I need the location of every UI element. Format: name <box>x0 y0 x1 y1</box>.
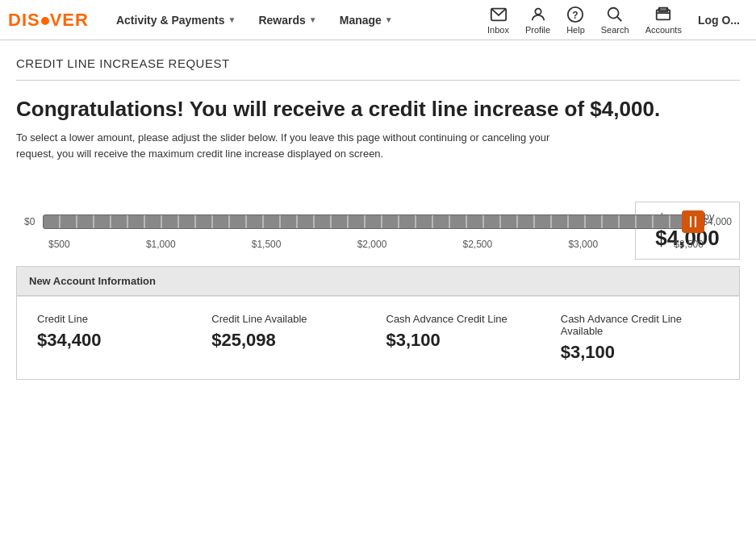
inbox-nav-item[interactable]: Inbox <box>479 6 517 35</box>
page-title: CREDIT LINE INCREASE REQUEST <box>16 56 740 81</box>
slider-bottom-labels: $500 $1,000 $1,500 $2,000 $2,500 $3,000 … <box>48 239 704 250</box>
slider-label-2000: $2,000 <box>357 239 387 250</box>
logout-button[interactable]: Log O... <box>690 14 748 27</box>
cash-advance-available-value: $3,100 <box>561 342 719 363</box>
nav-icons: Inbox Profile ? Help Search <box>479 6 748 35</box>
profile-icon <box>529 6 547 23</box>
nav-activity-payments-arrow: ▼ <box>228 15 236 24</box>
nav-rewards-label: Rewards <box>258 14 305 27</box>
search-label: Search <box>601 25 629 35</box>
credit-line-available-label: Credit Line Available <box>211 313 370 325</box>
slider-track-area: $0 $4,000 $500 $1,000 $1,500 $2,000 $2,5… <box>16 210 740 250</box>
slider-section: Increase by $4,000 $0 $4,000 $500 $1,000… <box>16 210 740 250</box>
slider-max-label: $4,000 <box>702 216 732 227</box>
nav-activity-payments-label: Activity & Payments <box>116 14 225 27</box>
slider-label-2500: $2,500 <box>463 239 493 250</box>
congrats-title: Congratulations! You will receive a cred… <box>16 97 740 122</box>
svg-point-1 <box>535 8 541 14</box>
main-nav: Activity & Payments ▼ Rewards ▼ Manage ▼ <box>105 0 479 40</box>
help-nav-item[interactable]: ? Help <box>558 6 593 35</box>
search-icon <box>606 6 624 23</box>
account-info-section: New Account Information Credit Line $34,… <box>16 266 740 380</box>
account-info-grid: Credit Line $34,400 Credit Line Availabl… <box>17 296 739 379</box>
slider-label-3000: $3,000 <box>568 239 598 250</box>
slider-label-1500: $1,500 <box>252 239 282 250</box>
inbox-label: Inbox <box>487 25 509 35</box>
header: DISVER Activity & Payments ▼ Rewards ▼ M… <box>0 0 756 40</box>
cash-advance-value: $3,100 <box>386 330 545 351</box>
profile-label: Profile <box>525 25 550 35</box>
slider-label-3500: $3,500 <box>674 239 704 250</box>
inbox-icon <box>490 6 507 23</box>
nav-manage[interactable]: Manage ▼ <box>328 0 404 40</box>
slider-label-1000: $1,000 <box>146 239 176 250</box>
search-nav-item[interactable]: Search <box>593 6 637 35</box>
cash-advance-label: Cash Advance Credit Line <box>386 313 545 325</box>
svg-text:?: ? <box>573 9 578 20</box>
account-col-credit-line: Credit Line $34,400 <box>29 309 203 367</box>
help-label: Help <box>566 25 585 35</box>
slider-track[interactable] <box>43 214 694 229</box>
nav-manage-arrow: ▼ <box>385 15 393 24</box>
nav-manage-label: Manage <box>340 14 382 27</box>
slider-thumb[interactable] <box>682 210 704 233</box>
congrats-subtitle: To select a lower amount, please adjust … <box>16 130 565 161</box>
cash-advance-available-label: Cash Advance Credit Line Available <box>561 313 719 337</box>
account-col-credit-line-available: Credit Line Available $25,098 <box>203 309 378 367</box>
credit-line-available-value: $25,098 <box>211 330 370 351</box>
congrats-section: Congratulations! You will receive a cred… <box>16 97 740 161</box>
accounts-icon <box>654 6 672 23</box>
svg-line-5 <box>617 16 622 21</box>
account-info-header: New Account Information <box>17 267 739 296</box>
nav-rewards[interactable]: Rewards ▼ <box>247 0 328 40</box>
slider-container <box>43 210 694 234</box>
nav-activity-payments[interactable]: Activity & Payments ▼ <box>105 0 248 40</box>
discover-logo[interactable]: DISVER <box>8 10 89 31</box>
profile-nav-item[interactable]: Profile <box>517 6 558 35</box>
credit-line-value: $34,400 <box>37 330 195 351</box>
slider-row: $0 $4,000 <box>24 210 732 234</box>
accounts-label: Accounts <box>645 25 682 35</box>
page-content: CREDIT LINE INCREASE REQUEST Congratulat… <box>0 40 756 380</box>
account-col-cash-advance-available: Cash Advance Credit Line Available $3,10… <box>553 309 727 367</box>
svg-point-4 <box>608 7 619 18</box>
nav-rewards-arrow: ▼ <box>309 15 317 24</box>
credit-line-label: Credit Line <box>37 313 195 325</box>
slider-label-500: $500 <box>48 239 70 250</box>
account-col-cash-advance: Cash Advance Credit Line $3,100 <box>378 309 553 367</box>
accounts-nav-item[interactable]: Accounts <box>637 6 690 35</box>
help-icon: ? <box>566 6 584 23</box>
slider-min-label: $0 <box>24 216 35 227</box>
